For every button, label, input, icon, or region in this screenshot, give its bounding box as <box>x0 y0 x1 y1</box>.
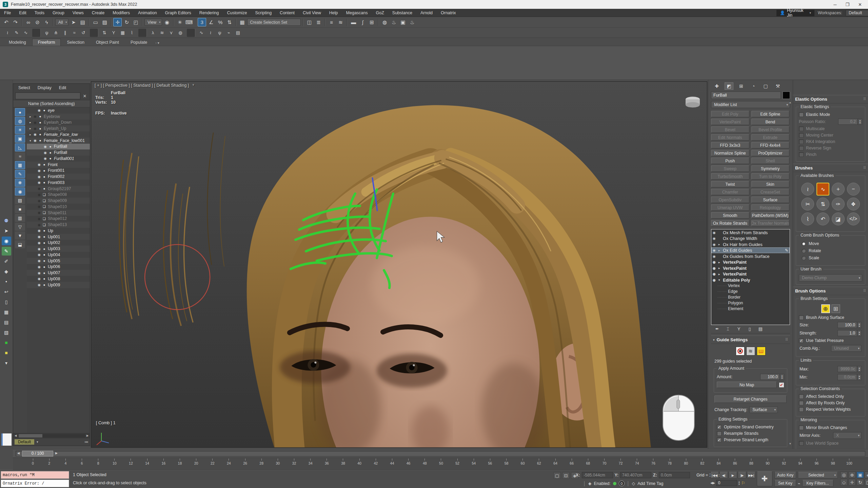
menu-item[interactable]: Animation <box>134 9 161 17</box>
viewport-layout-tab[interactable] <box>1 433 12 446</box>
sub-object-row[interactable]: Edge <box>711 289 790 294</box>
object-color-icon[interactable]: ● <box>38 139 43 142</box>
sub-object-row[interactable]: Element <box>711 306 790 312</box>
workspace-dropdown[interactable]: Default <box>846 10 868 16</box>
time-slider-track[interactable]: ◀ 0 / 100 ▶ <box>16 451 865 456</box>
ribbon-tab[interactable]: Freeform <box>32 39 61 46</box>
explorer-column-header[interactable]: Name (Sorted Ascending) <box>13 100 90 107</box>
modifier-button[interactable]: Push <box>711 158 749 164</box>
sub-object-row[interactable]: Polygon <box>711 300 790 306</box>
separator[interactable] <box>187 29 195 37</box>
menu-item[interactable]: Scripting <box>251 9 276 17</box>
size-spinner[interactable]: 100.0▲▼ <box>837 322 862 328</box>
checkbox[interactable]: ✓ <box>717 425 722 429</box>
ribbon-tab[interactable]: Selection <box>61 39 90 46</box>
modifier-button[interactable]: Smooth <box>711 212 749 219</box>
lengthen-brush-icon[interactable]: ⇅ <box>816 198 829 210</box>
visibility-eye-icon[interactable]: ◉ <box>37 108 42 112</box>
minimize-button[interactable]: ─ <box>833 2 836 7</box>
object-color-icon[interactable]: ● <box>38 133 43 136</box>
ox-baked-hair-icon[interactable]: ≋ <box>158 29 166 37</box>
filter-selection-icon[interactable]: ▽ <box>15 223 25 231</box>
set-key-button[interactable]: Set Key <box>774 480 796 487</box>
select-manipulate-icon[interactable]: ✳ <box>176 18 184 26</box>
checkbox[interactable] <box>799 139 804 144</box>
menu-item[interactable]: Create <box>88 9 109 17</box>
modifier-stack-row[interactable]: ◉ Ox Mesh From Strands <box>711 229 790 236</box>
next-frame-button[interactable]: |▶ <box>738 472 746 479</box>
modifier-button[interactable]: OpenSubdiv <box>711 197 749 203</box>
modifier-button[interactable]: VertexPaint <box>711 119 749 125</box>
checkbox[interactable] <box>799 152 804 157</box>
ox-scatter-icon[interactable]: ψ <box>216 29 224 37</box>
color-swatch-yellow-icon[interactable]: ■ <box>2 348 11 357</box>
explorer-row[interactable]: ◉ ● eye <box>27 107 90 114</box>
modifier-button[interactable]: FFD 4x4x4 <box>751 142 790 148</box>
separator[interactable] <box>89 19 89 26</box>
separator[interactable] <box>90 29 98 37</box>
explorer-row[interactable]: ◉ ● Group52197 <box>27 186 90 192</box>
window-crossing-icon[interactable]: ▨ <box>100 18 109 26</box>
explorer-row[interactable]: ◉ ❏ Shape012 <box>27 216 90 222</box>
cursor-tool-icon[interactable]: ➤ <box>2 226 11 235</box>
modifier-button[interactable]: Twist <box>711 181 749 187</box>
schematic-view-icon[interactable]: ⊞ <box>368 18 376 26</box>
mini-listener[interactable]: macros,run "M Ornatrix Error: / <box>1 471 69 487</box>
menu-item[interactable]: GoZ <box>372 9 388 17</box>
make-unique-icon[interactable]: Y <box>735 326 742 331</box>
notes-tool-icon[interactable]: ▧ <box>2 328 11 337</box>
modifier-eye-icon[interactable]: ◉ <box>713 237 718 240</box>
separator[interactable] <box>325 19 325 26</box>
explorer-search-input[interactable] <box>15 93 80 99</box>
object-color-icon[interactable]: ● <box>42 187 47 190</box>
brush-options-rollout[interactable]: Brush Options⠿ <box>793 287 868 295</box>
modifier-button[interactable]: Symmetry <box>751 165 790 172</box>
unlink-selection-icon[interactable]: ⊘ <box>33 18 42 26</box>
user-brush-dropdown[interactable]: Demo Clump <box>799 274 862 282</box>
object-color-icon[interactable]: ● <box>42 108 47 112</box>
modifier-stack-row[interactable]: ◉ Ox Change Width <box>711 236 790 242</box>
tablet-pressure-checkbox[interactable]: ✓ <box>799 338 804 343</box>
dope-sheet-icon[interactable]: ⌁ <box>798 481 801 486</box>
plant-brush-icon[interactable]: ＋ <box>832 183 845 196</box>
checkbox[interactable]: ✓ <box>717 438 722 442</box>
strength-spinner[interactable]: 1.0▲▼ <box>837 330 862 336</box>
object-color-swatch[interactable] <box>783 92 790 99</box>
perspective-viewport[interactable]: [ + ] [ Perspective ] [ Standard ] [ Def… <box>91 81 707 448</box>
modifier-eye-icon[interactable]: ◉ <box>713 272 718 276</box>
visibility-eye-icon[interactable]: ◉ <box>43 157 48 160</box>
select-scale-icon[interactable]: ◰ <box>132 18 140 26</box>
modifier-expand-icon[interactable]: ▸ <box>718 249 723 252</box>
retarget-changes-button[interactable]: Retarget Changes <box>714 395 787 403</box>
selection-set-input[interactable]: Create Selection Set <box>247 19 301 26</box>
modifier-button[interactable]: CreaseSet <box>751 189 790 195</box>
modifier-expand-icon[interactable]: ▸ <box>718 243 723 246</box>
object-color-icon[interactable]: ● <box>42 169 47 172</box>
modifier-eye-icon[interactable]: ◉ <box>713 231 718 235</box>
modifier-button[interactable]: Edit Spline <box>751 111 790 117</box>
modifier-button[interactable]: Bend <box>751 119 790 125</box>
active-layer-button[interactable]: Default <box>15 439 34 445</box>
menu-item[interactable]: Graph Editors <box>161 9 195 17</box>
keyboard-override-icon[interactable]: ⌨ <box>185 18 193 26</box>
modifier-button[interactable]: Turn to Poly <box>751 173 790 180</box>
undo-icon[interactable]: ↶ <box>2 18 11 26</box>
select-object-icon[interactable]: ➤ <box>69 18 78 26</box>
menu-item[interactable]: Civil View <box>299 9 325 17</box>
viewport-canvas[interactable] <box>91 82 707 448</box>
maximize-button[interactable]: ❐ <box>845 2 849 7</box>
explorer-row[interactable]: ◉ ● FurBall001 <box>27 156 90 162</box>
command-panel-scrollbar[interactable]: ▲▼ <box>788 100 792 446</box>
key-filters-button[interactable]: Key Filters... <box>802 480 833 487</box>
listener-macro-line[interactable]: macros,run "M <box>1 471 69 479</box>
modifier-stack-row[interactable]: ◉ ▾ Editable Poly <box>711 277 790 283</box>
modifier-button[interactable]: Extrude <box>751 134 790 141</box>
rendered-frame-window-icon[interactable]: ▣ <box>399 18 407 26</box>
modifier-button[interactable]: Unwrap UVW <box>711 204 749 211</box>
visibility-eye-icon[interactable]: ◉ <box>33 139 38 142</box>
radio-button[interactable] <box>802 256 806 260</box>
render-setup-icon[interactable]: ♨ <box>390 18 398 26</box>
explorer-row[interactable]: ◉ ● Front001 <box>27 168 90 174</box>
circle-brush-icon[interactable]: ⊕ <box>821 304 830 313</box>
object-color-icon[interactable]: ● <box>42 271 47 275</box>
